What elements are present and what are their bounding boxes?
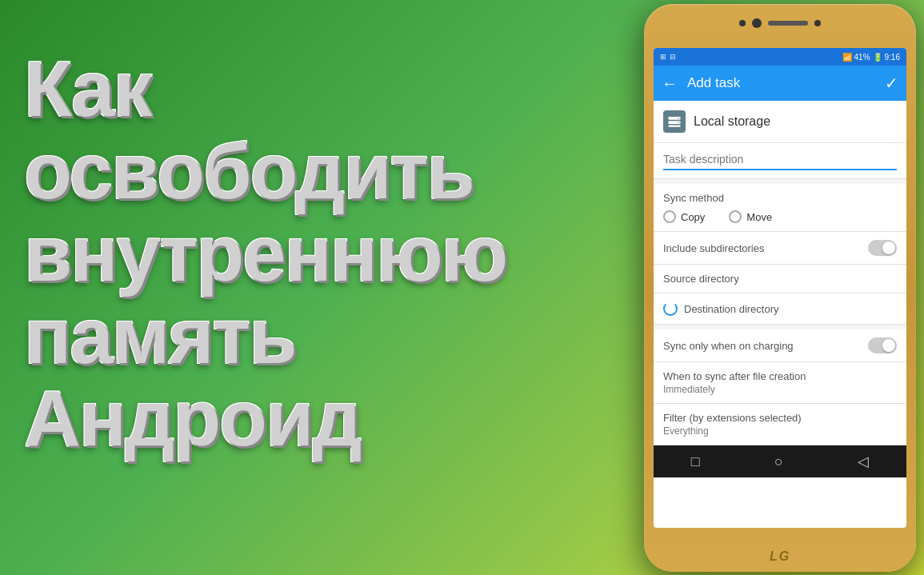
- include-subdirectories-toggle[interactable]: [868, 240, 897, 256]
- nav-bar: □ ○ ◁: [654, 445, 906, 477]
- svg-point-3: [678, 118, 679, 119]
- check-button[interactable]: ✓: [885, 74, 898, 93]
- russian-line-4: Андроид: [24, 377, 568, 460]
- radio-copy-circle: [663, 210, 676, 223]
- status-right: 📶 41% 🔋 9:16: [842, 53, 900, 62]
- radio-move-circle: [729, 210, 742, 223]
- task-description-section: [654, 143, 906, 179]
- when-to-sync-section[interactable]: When to sync after file creation Immedia…: [654, 362, 906, 404]
- svg-rect-2: [669, 126, 681, 127]
- radio-copy-label: Copy: [681, 211, 705, 223]
- radio-copy[interactable]: Copy: [663, 210, 705, 223]
- phone-brand: LG: [644, 549, 916, 564]
- destination-directory-label: Destination directory: [684, 303, 779, 315]
- status-icon-1: ⊞: [660, 53, 666, 61]
- radio-move-label: Move: [746, 211, 772, 223]
- storage-label: Local storage: [694, 114, 770, 129]
- source-directory-row[interactable]: Source directory: [654, 265, 906, 293]
- app-content: Local storage Sync method Copy: [654, 101, 906, 445]
- speaker-grille: [768, 21, 808, 26]
- filter-title: Filter (by extensions selected): [663, 412, 897, 424]
- phone-screen: ⊞ ⊟ 📶 41% 🔋 9:16 ← Add task ✓: [654, 48, 906, 528]
- russian-line-3: память: [24, 295, 568, 377]
- phone: ⊞ ⊟ 📶 41% 🔋 9:16 ← Add task ✓: [644, 4, 916, 572]
- nav-circle-icon[interactable]: ○: [774, 453, 783, 470]
- when-to-sync-value: Immediately: [663, 384, 897, 395]
- nav-square-icon[interactable]: □: [691, 453, 700, 470]
- task-description-input[interactable]: [663, 150, 897, 170]
- svg-point-4: [678, 122, 679, 123]
- signal-text: 41%: [854, 53, 870, 62]
- wifi-icon: 📶: [842, 53, 852, 62]
- include-subdirectories-row: Include subdirectories: [654, 232, 906, 265]
- status-left-icons: ⊞ ⊟: [660, 53, 676, 61]
- source-directory-label: Source directory: [663, 273, 739, 285]
- sync-method-radio-group: Copy Move: [663, 210, 897, 223]
- when-to-sync-title: When to sync after file creation: [663, 370, 897, 382]
- camera-dot-2: [814, 20, 821, 26]
- storage-header: Local storage: [654, 101, 906, 143]
- toolbar-title: Add task: [687, 75, 875, 91]
- sync-charging-row: Sync only when on charging: [654, 329, 906, 362]
- destination-spinner: [663, 301, 678, 316]
- russian-line-2: внутреннюю: [24, 213, 568, 295]
- time-display: 9:16: [885, 53, 900, 62]
- russian-text-block: Как освободить внутреннюю память Андроид: [24, 48, 568, 459]
- sync-charging-label: Sync only when on charging: [663, 340, 794, 352]
- filter-section[interactable]: Filter (by extensions selected) Everythi…: [654, 404, 906, 445]
- radio-move[interactable]: Move: [729, 210, 772, 223]
- nav-back-icon[interactable]: ◁: [858, 453, 869, 470]
- status-icon-2: ⊟: [670, 53, 676, 61]
- battery-icon: 🔋: [873, 53, 882, 62]
- storage-icon: [663, 110, 686, 133]
- camera-main: [752, 18, 762, 28]
- status-bar: ⊞ ⊟ 📶 41% 🔋 9:16: [654, 48, 906, 66]
- phone-body: ⊞ ⊟ 📶 41% 🔋 9:16 ← Add task ✓: [644, 4, 916, 572]
- back-button[interactable]: ←: [662, 74, 678, 93]
- filter-value: Everything: [663, 425, 897, 437]
- destination-directory-row[interactable]: Destination directory: [654, 293, 906, 325]
- russian-line-1: Как освободить: [24, 48, 568, 213]
- include-subdirectories-label: Include subdirectories: [663, 242, 764, 254]
- app-toolbar: ← Add task ✓: [654, 66, 906, 101]
- sync-method-label: Sync method: [663, 192, 897, 204]
- sync-charging-toggle[interactable]: [868, 337, 897, 353]
- sync-method-section: Sync method Copy Move: [654, 184, 906, 232]
- camera-dot-1: [739, 20, 746, 26]
- phone-camera: [739, 18, 821, 28]
